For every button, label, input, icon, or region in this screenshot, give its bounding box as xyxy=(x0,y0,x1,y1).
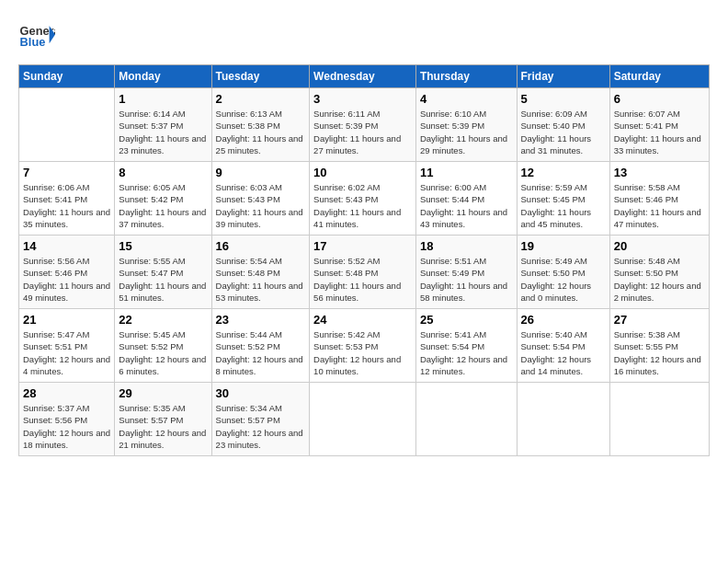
calendar-cell: 23Sunrise: 5:44 AMSunset: 5:52 PMDayligh… xyxy=(211,309,310,383)
calendar-cell: 7Sunrise: 6:06 AMSunset: 5:41 PMDaylight… xyxy=(19,162,115,236)
day-number: 25 xyxy=(420,313,513,327)
day-header-sunday: Sunday xyxy=(19,65,115,88)
day-info: Sunrise: 6:14 AMSunset: 5:37 PMDaylight:… xyxy=(119,108,207,156)
day-info: Sunrise: 6:03 AMSunset: 5:43 PMDaylight:… xyxy=(216,181,306,230)
day-number: 2 xyxy=(216,92,306,106)
day-info: Sunrise: 5:54 AMSunset: 5:48 PMDaylight:… xyxy=(216,255,306,304)
calendar-cell: 14Sunrise: 5:56 AMSunset: 5:46 PMDayligh… xyxy=(19,236,115,309)
day-info: Sunrise: 5:37 AMSunset: 5:56 PMDaylight:… xyxy=(23,402,110,451)
day-info: Sunrise: 5:44 AMSunset: 5:52 PMDaylight:… xyxy=(216,328,306,377)
day-info: Sunrise: 5:45 AMSunset: 5:52 PMDaylight:… xyxy=(119,328,207,377)
day-number: 9 xyxy=(216,166,306,179)
day-number: 18 xyxy=(420,239,513,253)
day-number: 26 xyxy=(521,313,606,327)
logo-icon: General Blue xyxy=(18,18,55,55)
day-info: Sunrise: 5:40 AMSunset: 5:54 PMDaylight:… xyxy=(521,328,606,377)
header: General Blue xyxy=(18,18,710,55)
day-info: Sunrise: 5:35 AMSunset: 5:57 PMDaylight:… xyxy=(119,402,207,451)
day-info: Sunrise: 6:06 AMSunset: 5:41 PMDaylight:… xyxy=(23,181,110,230)
calendar-cell xyxy=(609,383,709,456)
day-number: 14 xyxy=(23,239,110,253)
day-number: 21 xyxy=(23,313,110,327)
calendar-cell: 24Sunrise: 5:42 AMSunset: 5:53 PMDayligh… xyxy=(310,309,416,383)
day-info: Sunrise: 6:02 AMSunset: 5:43 PMDaylight:… xyxy=(313,181,412,230)
calendar-cell: 6Sunrise: 6:07 AMSunset: 5:41 PMDaylight… xyxy=(609,88,709,162)
svg-text:Blue: Blue xyxy=(20,35,46,49)
header-row: SundayMondayTuesdayWednesdayThursdayFrid… xyxy=(19,65,710,88)
day-info: Sunrise: 6:05 AMSunset: 5:42 PMDaylight:… xyxy=(119,181,207,230)
calendar-cell xyxy=(19,88,115,162)
day-header-thursday: Thursday xyxy=(415,65,517,88)
day-info: Sunrise: 5:38 AMSunset: 5:55 PMDaylight:… xyxy=(614,328,705,377)
calendar-cell: 4Sunrise: 6:10 AMSunset: 5:39 PMDaylight… xyxy=(415,88,517,162)
day-info: Sunrise: 6:07 AMSunset: 5:41 PMDaylight:… xyxy=(614,108,705,156)
calendar-cell xyxy=(310,383,416,456)
calendar-cell: 5Sunrise: 6:09 AMSunset: 5:40 PMDaylight… xyxy=(517,88,609,162)
day-number: 6 xyxy=(614,92,705,106)
calendar-cell: 26Sunrise: 5:40 AMSunset: 5:54 PMDayligh… xyxy=(517,309,609,383)
calendar-cell: 3Sunrise: 6:11 AMSunset: 5:39 PMDaylight… xyxy=(310,88,416,162)
day-number: 5 xyxy=(521,92,606,106)
calendar-cell: 29Sunrise: 5:35 AMSunset: 5:57 PMDayligh… xyxy=(115,383,211,456)
day-info: Sunrise: 5:49 AMSunset: 5:50 PMDaylight:… xyxy=(521,255,606,304)
calendar-cell: 2Sunrise: 6:13 AMSunset: 5:38 PMDaylight… xyxy=(211,88,310,162)
day-number: 23 xyxy=(216,313,306,327)
day-number: 1 xyxy=(119,92,207,106)
calendar-cell: 22Sunrise: 5:45 AMSunset: 5:52 PMDayligh… xyxy=(115,309,211,383)
day-info: Sunrise: 5:55 AMSunset: 5:47 PMDaylight:… xyxy=(119,255,207,304)
week-row-0: 1Sunrise: 6:14 AMSunset: 5:37 PMDaylight… xyxy=(19,88,710,162)
week-row-3: 21Sunrise: 5:47 AMSunset: 5:51 PMDayligh… xyxy=(19,309,710,383)
day-number: 3 xyxy=(313,92,412,106)
day-number: 10 xyxy=(313,166,412,179)
day-number: 22 xyxy=(119,313,207,327)
day-info: Sunrise: 5:56 AMSunset: 5:46 PMDaylight:… xyxy=(23,255,110,304)
calendar-cell xyxy=(415,383,517,456)
day-number: 7 xyxy=(23,166,110,179)
day-info: Sunrise: 5:51 AMSunset: 5:49 PMDaylight:… xyxy=(420,255,513,304)
calendar-cell: 17Sunrise: 5:52 AMSunset: 5:48 PMDayligh… xyxy=(310,236,416,309)
calendar-cell: 11Sunrise: 6:00 AMSunset: 5:44 PMDayligh… xyxy=(415,162,517,236)
day-number: 20 xyxy=(614,239,705,253)
calendar-cell: 1Sunrise: 6:14 AMSunset: 5:37 PMDaylight… xyxy=(115,88,211,162)
day-info: Sunrise: 6:00 AMSunset: 5:44 PMDaylight:… xyxy=(420,181,513,230)
calendar-cell: 30Sunrise: 5:34 AMSunset: 5:57 PMDayligh… xyxy=(211,383,310,456)
day-header-wednesday: Wednesday xyxy=(310,65,416,88)
day-info: Sunrise: 5:47 AMSunset: 5:51 PMDaylight:… xyxy=(23,328,110,377)
day-info: Sunrise: 6:09 AMSunset: 5:40 PMDaylight:… xyxy=(521,108,606,156)
day-info: Sunrise: 5:58 AMSunset: 5:46 PMDaylight:… xyxy=(614,181,705,230)
calendar-cell: 8Sunrise: 6:05 AMSunset: 5:42 PMDaylight… xyxy=(115,162,211,236)
day-header-tuesday: Tuesday xyxy=(211,65,310,88)
calendar-cell: 9Sunrise: 6:03 AMSunset: 5:43 PMDaylight… xyxy=(211,162,310,236)
calendar-cell: 18Sunrise: 5:51 AMSunset: 5:49 PMDayligh… xyxy=(415,236,517,309)
day-number: 12 xyxy=(521,166,606,179)
day-number: 28 xyxy=(23,386,110,400)
calendar-cell: 28Sunrise: 5:37 AMSunset: 5:56 PMDayligh… xyxy=(19,383,115,456)
day-info: Sunrise: 6:10 AMSunset: 5:39 PMDaylight:… xyxy=(420,108,513,156)
calendar-cell: 15Sunrise: 5:55 AMSunset: 5:47 PMDayligh… xyxy=(115,236,211,309)
day-info: Sunrise: 5:42 AMSunset: 5:53 PMDaylight:… xyxy=(313,328,412,377)
day-header-friday: Friday xyxy=(517,65,609,88)
day-number: 8 xyxy=(119,166,207,179)
day-number: 19 xyxy=(521,239,606,253)
calendar-cell: 13Sunrise: 5:58 AMSunset: 5:46 PMDayligh… xyxy=(609,162,709,236)
day-number: 24 xyxy=(313,313,412,327)
calendar-cell: 19Sunrise: 5:49 AMSunset: 5:50 PMDayligh… xyxy=(517,236,609,309)
day-header-saturday: Saturday xyxy=(609,65,709,88)
day-number: 17 xyxy=(313,239,412,253)
day-info: Sunrise: 5:52 AMSunset: 5:48 PMDaylight:… xyxy=(313,255,412,304)
day-number: 30 xyxy=(216,386,306,400)
calendar-cell: 10Sunrise: 6:02 AMSunset: 5:43 PMDayligh… xyxy=(310,162,416,236)
day-header-monday: Monday xyxy=(115,65,211,88)
week-row-4: 28Sunrise: 5:37 AMSunset: 5:56 PMDayligh… xyxy=(19,383,710,456)
day-number: 13 xyxy=(614,166,705,179)
day-info: Sunrise: 5:48 AMSunset: 5:50 PMDaylight:… xyxy=(614,255,705,304)
day-info: Sunrise: 6:11 AMSunset: 5:39 PMDaylight:… xyxy=(313,108,412,156)
day-number: 16 xyxy=(216,239,306,253)
calendar-cell: 20Sunrise: 5:48 AMSunset: 5:50 PMDayligh… xyxy=(609,236,709,309)
calendar-cell: 12Sunrise: 5:59 AMSunset: 5:45 PMDayligh… xyxy=(517,162,609,236)
week-row-1: 7Sunrise: 6:06 AMSunset: 5:41 PMDaylight… xyxy=(19,162,710,236)
calendar-table: SundayMondayTuesdayWednesdayThursdayFrid… xyxy=(18,64,710,456)
day-info: Sunrise: 5:41 AMSunset: 5:54 PMDaylight:… xyxy=(420,328,513,377)
calendar-body: 1Sunrise: 6:14 AMSunset: 5:37 PMDaylight… xyxy=(19,88,710,456)
day-number: 4 xyxy=(420,92,513,106)
